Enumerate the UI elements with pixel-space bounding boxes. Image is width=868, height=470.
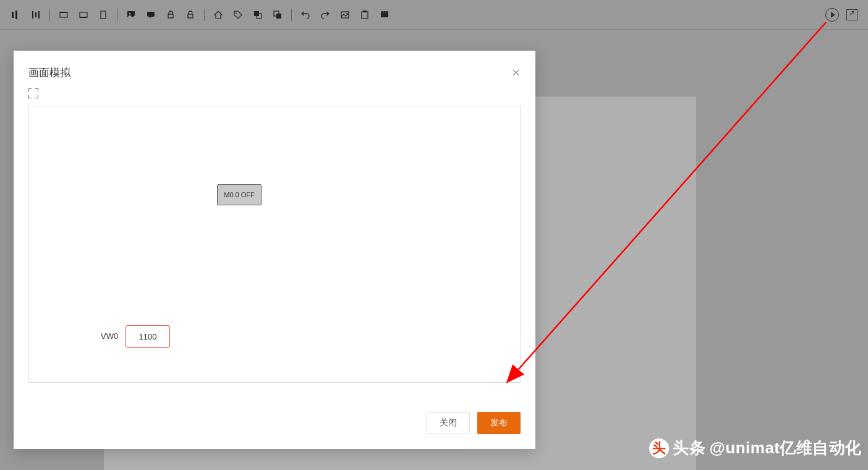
open-external-icon[interactable] [843, 6, 861, 24]
device-icon[interactable] [95, 6, 112, 24]
svg-rect-5 [60, 12, 67, 17]
svg-rect-9 [101, 11, 106, 19]
hmi-state-button[interactable]: M0.0 OFF [217, 184, 262, 205]
modal-header: 画面模拟 ✕ [14, 51, 535, 86]
clipboard-icon[interactable] [356, 6, 373, 24]
redo-icon[interactable] [317, 6, 334, 24]
chat-icon[interactable] [142, 6, 160, 24]
svg-rect-27 [383, 11, 384, 12]
hmi-variable-label: VW0 [101, 331, 118, 341]
modal-footer: 关闭 发布 [427, 412, 521, 434]
film-icon[interactable] [376, 6, 393, 24]
svg-rect-12 [147, 12, 155, 17]
svg-rect-0 [12, 12, 14, 18]
close-icon[interactable]: ✕ [511, 67, 521, 79]
publish-button[interactable]: 发布 [477, 412, 521, 434]
rect-t-icon[interactable] [55, 6, 72, 24]
lock-icon[interactable] [162, 6, 179, 24]
watermark-badge-icon: 头 [649, 438, 669, 458]
tag-icon[interactable] [229, 6, 247, 24]
svg-point-11 [129, 12, 131, 14]
svg-rect-4 [35, 12, 36, 17]
top-toolbar [0, 0, 868, 30]
watermark-handle: @unimat亿维自动化 [709, 437, 862, 459]
align-icon[interactable] [7, 6, 25, 24]
svg-rect-13 [168, 14, 173, 18]
svg-rect-28 [385, 11, 386, 12]
svg-rect-22 [362, 12, 368, 19]
unlock-icon[interactable] [182, 6, 199, 24]
svg-rect-23 [363, 11, 367, 12]
svg-rect-24 [381, 12, 388, 17]
image-icon[interactable] [122, 6, 140, 24]
svg-rect-7 [80, 12, 87, 17]
distribute-icon[interactable] [27, 6, 45, 24]
svg-rect-26 [381, 11, 382, 12]
fullscreen-icon[interactable] [28, 88, 38, 98]
svg-rect-3 [38, 11, 40, 19]
simulation-canvas: M0.0 OFF VW0 1100 [28, 106, 521, 383]
svg-rect-14 [188, 14, 193, 18]
svg-point-21 [346, 13, 347, 14]
layers-front-icon[interactable] [249, 6, 266, 24]
svg-rect-29 [387, 11, 388, 12]
undo-icon[interactable] [297, 6, 314, 24]
play-icon[interactable] [823, 6, 841, 24]
svg-rect-1 [15, 11, 17, 19]
modal-title: 画面模拟 [28, 66, 70, 80]
watermark: 头 头条 @unimat亿维自动化 [649, 437, 862, 459]
close-button[interactable]: 关闭 [427, 412, 470, 434]
svg-point-15 [236, 12, 237, 14]
rect-b-icon[interactable] [75, 6, 92, 24]
home-icon[interactable] [210, 6, 227, 24]
simulation-modal: 画面模拟 ✕ M0.0 OFF VW0 1100 关闭 发布 [14, 51, 535, 449]
hmi-variable-value[interactable]: 1100 [126, 325, 170, 348]
svg-rect-2 [32, 11, 33, 19]
modal-toolbar [14, 86, 535, 106]
watermark-prefix: 头条 [673, 437, 705, 459]
svg-rect-19 [276, 14, 281, 19]
layers-back-icon[interactable] [269, 6, 286, 24]
picture-icon[interactable] [336, 6, 354, 24]
